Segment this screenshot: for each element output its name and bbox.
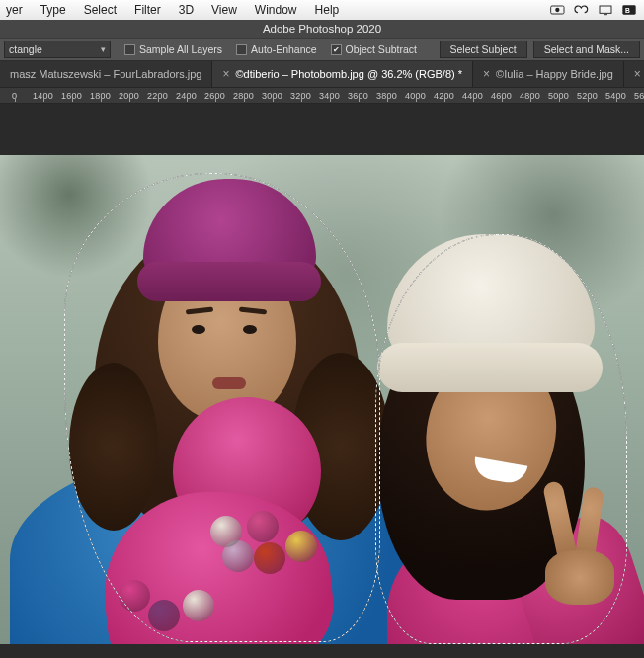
app-title-bar: Adobe Photoshop 2020 [0,20,644,38]
menu-help[interactable]: Help [315,3,340,17]
ruler-tick: 2400 [172,91,201,101]
ruler-tick: 5000 [544,91,573,101]
behance-icon[interactable]: B [620,3,638,17]
menu-select[interactable]: Select [84,3,117,17]
record-icon[interactable] [549,3,567,17]
ruler-tick: 4200 [430,91,458,101]
object-subtract-option[interactable]: Object Subtract [331,43,417,55]
ruler-tick: 1600 [57,91,86,101]
menu-window[interactable]: Window [255,3,297,17]
menu-layer[interactable]: yer [6,3,23,17]
close-icon[interactable]: × [634,67,641,81]
svg-point-1 [555,8,559,12]
ruler-tick: 2000 [115,91,143,101]
selection-shape-value: ctangle [9,43,42,55]
doc-tab-joshuaresnic[interactable]: × ©Joshua Resnic [624,61,644,87]
ruler-tick: 3400 [315,91,344,101]
doc-tab-happybride[interactable]: × ©Iulia – Happy Bride.jpg [473,61,624,87]
selection-marquee [375,234,627,644]
doc-tab-label: ©Iulia – Happy Bride.jpg [496,68,613,80]
doc-tab-label: ©dtiberio – Photobomb.jpg @ 36.2% (RGB/8… [235,68,462,80]
ruler-tick: 5200 [573,91,602,101]
sample-all-layers-checkbox[interactable] [124,44,135,55]
auto-enhance-checkbox[interactable] [236,44,247,55]
ruler-tick: 5400 [602,91,630,101]
select-and-mask-button[interactable]: Select and Mask... [533,41,640,58]
cc-icon[interactable] [573,3,591,17]
select-subject-label: Select Subject [450,43,517,55]
app-title: Adobe Photoshop 2020 [263,23,381,35]
close-icon[interactable]: × [483,67,490,81]
sample-all-layers-label: Sample All Layers [139,43,222,55]
ruler-tick: 2600 [201,91,229,101]
document-canvas[interactable] [0,155,644,644]
canvas-area [0,104,644,658]
ruler-tick: 1400 [29,91,57,101]
menu-type[interactable]: Type [40,3,66,17]
menu-3d[interactable]: 3D [179,3,194,17]
ruler-tick: 4800 [516,91,544,101]
ruler-tick: 2800 [229,91,258,101]
ruler-tick: 4000 [401,91,430,101]
ruler-tick: 3200 [286,91,315,101]
menu-view[interactable]: View [211,3,237,17]
ruler-tick: 3800 [372,91,401,101]
auto-enhance-option[interactable]: Auto-Enhance [236,43,317,55]
ruler-tick: 5600 [630,91,644,101]
sample-all-layers-option[interactable]: Sample All Layers [124,43,222,55]
chevron-down-icon: ▾ [101,44,106,54]
ruler-tick: 2200 [143,91,172,101]
options-bar: ctangle ▾ Sample All Layers Auto-Enhance… [0,38,644,61]
selection-marquee [64,173,380,642]
auto-enhance-label: Auto-Enhance [251,43,317,55]
horizontal-ruler[interactable]: 0140016001800200022002400260028003000320… [0,87,644,104]
ruler-tick: 3000 [258,91,286,101]
ruler-tick: 4600 [487,91,516,101]
select-and-mask-label: Select and Mask... [544,43,629,55]
doc-tab-label: masz Matuszewski – FourLabradors.jpg [10,68,201,80]
ruler-tick: 1800 [86,91,115,101]
selection-shape-dropdown[interactable]: ctangle ▾ [4,41,111,58]
close-icon[interactable]: × [222,67,229,81]
display-icon[interactable] [597,3,614,17]
select-subject-button[interactable]: Select Subject [440,41,527,58]
macos-menu-bar: yer Type Select Filter 3D View Window He… [0,0,644,20]
ruler-tick: 4400 [458,91,487,101]
menu-filter[interactable]: Filter [134,3,161,17]
object-subtract-label: Object Subtract [346,43,417,55]
svg-rect-2 [600,6,611,13]
ruler-tick: 0 [0,91,29,101]
object-subtract-checkbox[interactable] [331,44,342,55]
doc-tab-photobomb[interactable]: × ©dtiberio – Photobomb.jpg @ 36.2% (RGB… [212,61,473,87]
ruler-tick: 3600 [344,91,372,101]
doc-tab-fourlabradors[interactable]: masz Matuszewski – FourLabradors.jpg [0,61,212,87]
document-tabs: masz Matuszewski – FourLabradors.jpg × ©… [0,61,644,87]
svg-text:B: B [625,7,630,14]
